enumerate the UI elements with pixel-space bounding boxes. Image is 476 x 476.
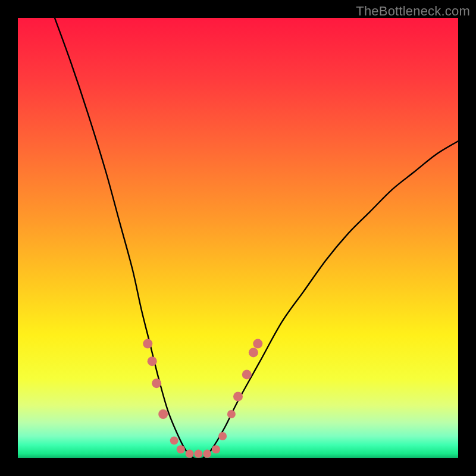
sample-point <box>227 410 236 418</box>
sample-point <box>152 378 161 388</box>
bottleneck-curve <box>53 18 458 458</box>
sample-point <box>170 436 178 444</box>
plot-area <box>18 18 458 458</box>
sample-point <box>158 409 168 419</box>
sample-point <box>233 392 243 401</box>
sample-point <box>218 432 227 440</box>
sample-point <box>177 445 185 453</box>
sample-point <box>203 450 211 458</box>
sample-point <box>148 356 157 366</box>
sample-point <box>253 339 262 349</box>
chart-frame: TheBottleneck.com <box>0 0 476 476</box>
sample-point <box>186 450 194 458</box>
chart-svg <box>18 18 458 458</box>
sample-point <box>249 347 258 357</box>
sample-point <box>212 445 220 453</box>
sample-point <box>194 450 202 458</box>
sample-point <box>143 339 152 349</box>
sample-points-group <box>143 339 262 458</box>
watermark-text: TheBottleneck.com <box>356 4 470 19</box>
sample-point <box>242 369 252 379</box>
